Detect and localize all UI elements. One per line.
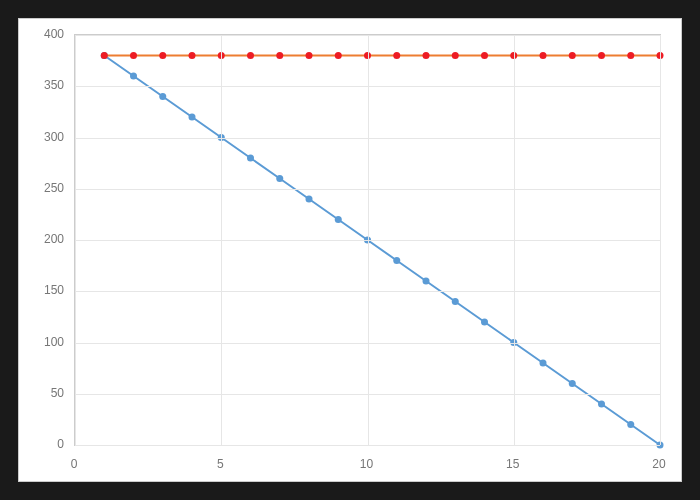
chart-frame: 05010015020025030035040005101520 [0,0,700,500]
data-point [276,52,283,59]
data-point [306,52,313,59]
data-point [189,52,196,59]
y-tick-label: 150 [19,283,69,297]
data-point [159,52,166,59]
data-point [189,114,196,121]
series-line-1 [104,56,660,446]
y-tick-label: 300 [19,130,69,144]
data-point [393,52,400,59]
data-point [598,52,605,59]
y-tick-label: 50 [19,386,69,400]
data-point [130,52,137,59]
y-tick-label: 400 [19,27,69,41]
x-tick-label: 15 [493,457,533,471]
x-tick-label: 10 [347,457,387,471]
gridline-v [75,35,76,445]
data-point [540,52,547,59]
gridline-v [660,35,661,445]
data-point [335,52,342,59]
gridline-v [514,35,515,445]
x-tick-label: 20 [639,457,679,471]
data-point [452,52,459,59]
data-point [247,52,254,59]
data-point [159,93,166,100]
chart-panel: 05010015020025030035040005101520 [18,18,682,482]
data-point [276,175,283,182]
data-point [423,278,430,285]
gridline-h [75,445,660,446]
data-point [247,155,254,162]
data-point [452,298,459,305]
data-point [481,52,488,59]
data-point [423,52,430,59]
y-tick-label: 0 [19,437,69,451]
data-point [101,52,108,59]
data-point [540,360,547,367]
y-tick-label: 250 [19,181,69,195]
x-tick-label: 0 [54,457,94,471]
y-tick-label: 100 [19,335,69,349]
data-point [335,216,342,223]
gridline-v [368,35,369,445]
data-point [627,421,634,428]
data-point [598,401,605,408]
data-point [569,380,576,387]
data-point [569,52,576,59]
x-tick-label: 5 [200,457,240,471]
gridline-v [221,35,222,445]
y-tick-label: 200 [19,232,69,246]
y-tick-label: 350 [19,78,69,92]
data-point [306,196,313,203]
plot-area [74,34,661,446]
data-point [393,257,400,264]
data-point [627,52,634,59]
data-point [130,73,137,80]
data-point [481,319,488,326]
